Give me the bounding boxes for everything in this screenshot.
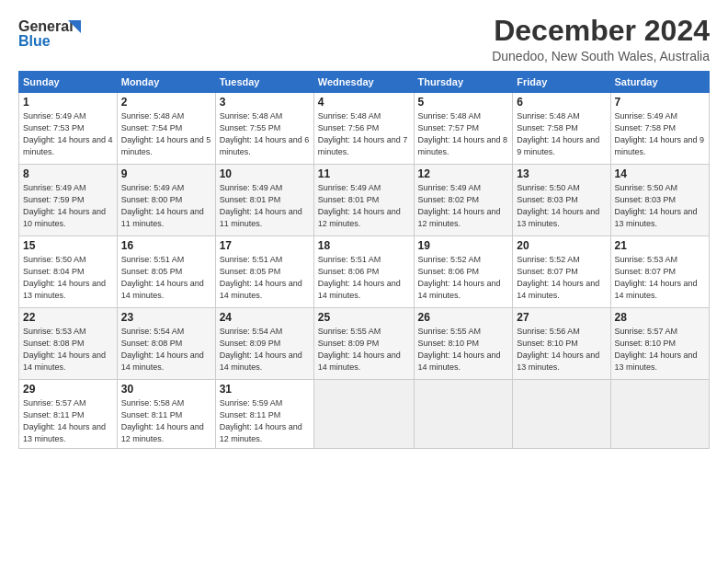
- header-wednesday: Wednesday: [313, 72, 414, 93]
- day-number: 2: [121, 96, 211, 109]
- calendar-cell: 17 Sunrise: 5:51 AM Sunset: 8:05 PM Dayl…: [215, 236, 313, 308]
- day-info: Sunrise: 5:52 AM Sunset: 8:07 PM Dayligh…: [517, 254, 606, 302]
- day-number: 28: [615, 311, 705, 324]
- header-friday: Friday: [513, 72, 610, 93]
- day-number: 13: [517, 167, 606, 180]
- month-title: December 2024: [492, 15, 710, 47]
- day-info: Sunrise: 5:50 AM Sunset: 8:03 PM Dayligh…: [615, 182, 705, 230]
- calendar-cell: 26 Sunrise: 5:55 AM Sunset: 8:10 PM Dayl…: [414, 308, 513, 380]
- calendar-cell: 29 Sunrise: 5:57 AM Sunset: 8:11 PM Dayl…: [19, 380, 118, 449]
- calendar-cell: 23 Sunrise: 5:54 AM Sunset: 8:08 PM Dayl…: [117, 308, 215, 380]
- day-info: Sunrise: 5:49 AM Sunset: 8:01 PM Dayligh…: [318, 182, 410, 230]
- calendar-cell: 19 Sunrise: 5:52 AM Sunset: 8:06 PM Dayl…: [414, 236, 513, 308]
- day-info: Sunrise: 5:51 AM Sunset: 8:05 PM Dayligh…: [121, 254, 211, 302]
- day-info: Sunrise: 5:53 AM Sunset: 8:07 PM Dayligh…: [615, 254, 705, 302]
- day-number: 4: [318, 96, 410, 109]
- day-number: 15: [23, 239, 113, 252]
- location: Dunedoo, New South Wales, Australia: [492, 49, 710, 63]
- day-info: Sunrise: 5:52 AM Sunset: 8:06 PM Dayligh…: [418, 254, 509, 302]
- day-number: 22: [23, 311, 113, 324]
- calendar-cell: 4 Sunrise: 5:48 AM Sunset: 7:56 PM Dayli…: [313, 93, 414, 165]
- header: General Blue December 2024 Dunedoo, New …: [18, 15, 710, 63]
- calendar-cell: 15 Sunrise: 5:50 AM Sunset: 8:04 PM Dayl…: [19, 236, 118, 308]
- day-info: Sunrise: 5:54 AM Sunset: 8:09 PM Dayligh…: [220, 326, 310, 373]
- calendar-cell: 25 Sunrise: 5:55 AM Sunset: 8:09 PM Dayl…: [313, 308, 414, 380]
- header-thursday: Thursday: [414, 72, 513, 93]
- header-monday: Monday: [117, 72, 215, 93]
- day-info: Sunrise: 5:57 AM Sunset: 8:11 PM Dayligh…: [23, 397, 113, 445]
- day-number: 21: [615, 239, 705, 252]
- day-number: 31: [220, 383, 310, 396]
- page: General Blue December 2024 Dunedoo, New …: [0, 0, 728, 563]
- day-info: Sunrise: 5:49 AM Sunset: 7:53 PM Dayligh…: [23, 110, 113, 158]
- day-number: 29: [23, 383, 113, 396]
- header-saturday: Saturday: [610, 72, 709, 93]
- calendar-cell: 1 Sunrise: 5:49 AM Sunset: 7:53 PM Dayli…: [19, 93, 118, 165]
- calendar-cell: 16 Sunrise: 5:51 AM Sunset: 8:05 PM Dayl…: [117, 236, 215, 308]
- day-info: Sunrise: 5:58 AM Sunset: 8:11 PM Dayligh…: [121, 397, 211, 445]
- calendar-header-row: Sunday Monday Tuesday Wednesday Thursday…: [19, 72, 710, 93]
- calendar-cell: [513, 380, 610, 449]
- day-info: Sunrise: 5:49 AM Sunset: 8:02 PM Dayligh…: [418, 182, 509, 230]
- calendar-cell: 14 Sunrise: 5:50 AM Sunset: 8:03 PM Dayl…: [610, 165, 709, 236]
- day-number: 23: [121, 311, 211, 324]
- calendar-cell: 11 Sunrise: 5:49 AM Sunset: 8:01 PM Dayl…: [313, 165, 414, 236]
- calendar-cell: 24 Sunrise: 5:54 AM Sunset: 8:09 PM Dayl…: [215, 308, 313, 380]
- calendar-cell: 9 Sunrise: 5:49 AM Sunset: 8:00 PM Dayli…: [117, 165, 215, 236]
- day-info: Sunrise: 5:48 AM Sunset: 7:54 PM Dayligh…: [121, 110, 211, 158]
- day-number: 27: [517, 311, 606, 324]
- day-number: 18: [318, 239, 410, 252]
- day-number: 14: [615, 167, 705, 180]
- calendar-cell: 12 Sunrise: 5:49 AM Sunset: 8:02 PM Dayl…: [414, 165, 513, 236]
- day-info: Sunrise: 5:48 AM Sunset: 7:56 PM Dayligh…: [318, 110, 410, 158]
- calendar-cell: 27 Sunrise: 5:56 AM Sunset: 8:10 PM Dayl…: [513, 308, 610, 380]
- header-sunday: Sunday: [19, 72, 118, 93]
- svg-text:Blue: Blue: [18, 33, 51, 49]
- day-number: 3: [220, 96, 310, 109]
- calendar-cell: 3 Sunrise: 5:48 AM Sunset: 7:55 PM Dayli…: [215, 93, 313, 165]
- day-number: 8: [23, 167, 113, 180]
- day-info: Sunrise: 5:51 AM Sunset: 8:06 PM Dayligh…: [318, 254, 410, 302]
- calendar-cell: 28 Sunrise: 5:57 AM Sunset: 8:10 PM Dayl…: [610, 308, 709, 380]
- day-number: 30: [121, 383, 211, 396]
- day-info: Sunrise: 5:49 AM Sunset: 8:01 PM Dayligh…: [220, 182, 310, 230]
- calendar-cell: [313, 380, 414, 449]
- calendar-cell: [414, 380, 513, 449]
- day-number: 17: [220, 239, 310, 252]
- calendar-cell: 7 Sunrise: 5:49 AM Sunset: 7:58 PM Dayli…: [610, 93, 709, 165]
- day-info: Sunrise: 5:48 AM Sunset: 7:57 PM Dayligh…: [418, 110, 509, 158]
- day-number: 26: [418, 311, 509, 324]
- calendar-cell: 5 Sunrise: 5:48 AM Sunset: 7:57 PM Dayli…: [414, 93, 513, 165]
- header-tuesday: Tuesday: [215, 72, 313, 93]
- calendar-cell: 6 Sunrise: 5:48 AM Sunset: 7:58 PM Dayli…: [513, 93, 610, 165]
- calendar-cell: 21 Sunrise: 5:53 AM Sunset: 8:07 PM Dayl…: [610, 236, 709, 308]
- calendar-cell: 18 Sunrise: 5:51 AM Sunset: 8:06 PM Dayl…: [313, 236, 414, 308]
- calendar-table: Sunday Monday Tuesday Wednesday Thursday…: [18, 71, 710, 449]
- day-info: Sunrise: 5:57 AM Sunset: 8:10 PM Dayligh…: [615, 326, 705, 373]
- day-info: Sunrise: 5:51 AM Sunset: 8:05 PM Dayligh…: [220, 254, 310, 302]
- day-number: 11: [318, 167, 410, 180]
- calendar-cell: 8 Sunrise: 5:49 AM Sunset: 7:59 PM Dayli…: [19, 165, 118, 236]
- day-number: 6: [517, 96, 606, 109]
- day-info: Sunrise: 5:56 AM Sunset: 8:10 PM Dayligh…: [517, 326, 606, 373]
- day-info: Sunrise: 5:59 AM Sunset: 8:11 PM Dayligh…: [220, 397, 310, 445]
- logo: General Blue: [18, 15, 83, 52]
- day-info: Sunrise: 5:50 AM Sunset: 8:03 PM Dayligh…: [517, 182, 606, 230]
- day-number: 24: [220, 311, 310, 324]
- day-info: Sunrise: 5:54 AM Sunset: 8:08 PM Dayligh…: [121, 326, 211, 373]
- day-info: Sunrise: 5:55 AM Sunset: 8:10 PM Dayligh…: [418, 326, 509, 373]
- day-number: 20: [517, 239, 606, 252]
- day-number: 10: [220, 167, 310, 180]
- day-number: 1: [23, 96, 113, 109]
- title-block: December 2024 Dunedoo, New South Wales, …: [492, 15, 710, 63]
- svg-text:General: General: [18, 18, 74, 34]
- day-info: Sunrise: 5:50 AM Sunset: 8:04 PM Dayligh…: [23, 254, 113, 302]
- day-number: 7: [615, 96, 705, 109]
- day-info: Sunrise: 5:53 AM Sunset: 8:08 PM Dayligh…: [23, 326, 113, 373]
- day-number: 5: [418, 96, 509, 109]
- calendar-cell: [610, 380, 709, 449]
- calendar-cell: 30 Sunrise: 5:58 AM Sunset: 8:11 PM Dayl…: [117, 380, 215, 449]
- calendar-cell: 2 Sunrise: 5:48 AM Sunset: 7:54 PM Dayli…: [117, 93, 215, 165]
- day-info: Sunrise: 5:55 AM Sunset: 8:09 PM Dayligh…: [318, 326, 410, 373]
- calendar-cell: 22 Sunrise: 5:53 AM Sunset: 8:08 PM Dayl…: [19, 308, 118, 380]
